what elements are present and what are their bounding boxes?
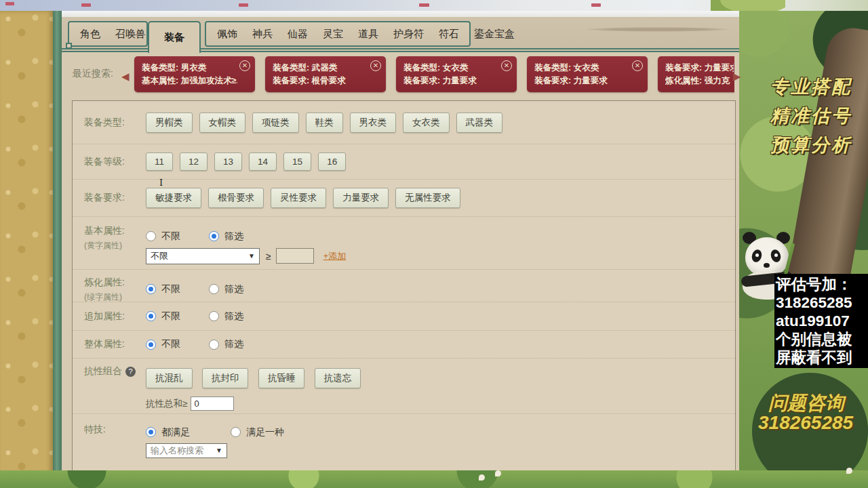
tab-rune-stone[interactable]: 符石 bbox=[439, 28, 459, 41]
refine-attr-unlimited-radio[interactable] bbox=[146, 284, 156, 294]
tab-gilded-box[interactable]: 鎏金宝盒 bbox=[474, 28, 515, 41]
extra-attr-unlimited-radio[interactable] bbox=[146, 311, 156, 321]
card-line2: 基本属性: 加强加攻法术≥... bbox=[142, 75, 237, 87]
row-equip-type: 装备类型: 男帽类 女帽类 项链类 鞋类 男衣类 女衣类 武器类 bbox=[73, 101, 735, 144]
resist-option[interactable]: 抗混乱 bbox=[146, 368, 193, 388]
tab-equipment-active[interactable]: 装备 bbox=[148, 21, 201, 53]
card-line1: 装备类型: 男衣类 bbox=[142, 62, 237, 75]
recent-search-card[interactable]: 装备要求: 力量要求 炼化属性: 强力克 bbox=[658, 56, 734, 92]
equip-req-option[interactable]: 敏捷要求 bbox=[146, 188, 201, 208]
page-top-strip bbox=[62, 11, 739, 17]
equip-req-option[interactable]: 根骨要求 bbox=[208, 188, 264, 208]
equip-type-option[interactable]: 鞋类 bbox=[306, 113, 343, 133]
extra-attr-filter-radio[interactable] bbox=[209, 311, 219, 321]
scroll-left-icon[interactable]: ◀ bbox=[121, 70, 130, 83]
equip-level-option[interactable]: 16 bbox=[318, 152, 346, 171]
recent-search-card[interactable]: 装备类型: 男衣类 基本属性: 加强加攻法术≥... ✕ bbox=[134, 56, 255, 92]
refine-attr-sublabel: (绿字属性) bbox=[84, 291, 146, 303]
basic-attr-sublabel: (黄字属性) bbox=[84, 240, 146, 251]
basic-attr-unlimited-radio[interactable] bbox=[146, 231, 156, 241]
equip-level-label: 装备等级: bbox=[84, 156, 146, 168]
equip-level-option[interactable]: 14 bbox=[249, 152, 277, 171]
skill-one-radio[interactable] bbox=[231, 427, 241, 437]
tab-corner-marker bbox=[66, 43, 72, 49]
row-overall-attr: 整体属性: 不限 筛选 bbox=[73, 331, 735, 359]
equip-type-option[interactable]: 女衣类 bbox=[403, 113, 450, 133]
card-line2: 装备要求: 根骨要求 bbox=[273, 75, 368, 87]
grass-artwork bbox=[0, 470, 868, 488]
equip-type-label: 装备类型: bbox=[84, 117, 146, 129]
equip-type-option[interactable]: 项链类 bbox=[252, 113, 299, 133]
close-icon[interactable]: ✕ bbox=[370, 60, 381, 71]
row-extra-attr: 追加属性: 不限 筛选 bbox=[73, 302, 735, 331]
resist-label: 抗性组合? bbox=[84, 365, 146, 378]
sky-mark bbox=[5, 2, 14, 5]
resist-option[interactable]: 抗封印 bbox=[202, 368, 249, 388]
equip-level-option[interactable]: 15 bbox=[283, 152, 311, 171]
recent-search-card[interactable]: 装备类型: 武器类 装备要求: 根骨要求 ✕ bbox=[265, 56, 386, 92]
brocade-border bbox=[0, 11, 53, 488]
resist-sum-input[interactable] bbox=[191, 396, 234, 411]
contact-info-block: 评估号加： 318265285 atu199107 个别信息被 屏蔽看不到 bbox=[774, 274, 868, 368]
row-equip-level: 装备等级: 11 12 13 14 15 16 bbox=[73, 144, 735, 180]
overall-attr-label: 整体属性: bbox=[84, 338, 146, 350]
tab-summon-beast[interactable]: 召唤兽 bbox=[115, 28, 146, 41]
tab-role[interactable]: 角色 bbox=[80, 28, 100, 41]
tab-divine-weapon[interactable]: 神兵 bbox=[252, 28, 273, 41]
equip-type-option[interactable]: 男衣类 bbox=[350, 113, 397, 133]
refine-attr-filter-label: 筛选 bbox=[224, 283, 243, 296]
close-icon[interactable]: ✕ bbox=[501, 60, 512, 71]
extra-attr-unlimited-label: 不限 bbox=[161, 310, 180, 323]
tab-lingbao[interactable]: 灵宝 bbox=[323, 28, 343, 41]
text-cursor: I bbox=[159, 178, 163, 188]
equip-level-option[interactable]: 11 bbox=[146, 152, 173, 171]
basic-attr-value-input[interactable] bbox=[276, 248, 314, 264]
promo-line-1: 专业搭配 bbox=[770, 75, 852, 99]
card-line2: 炼化属性: 强力克 bbox=[665, 75, 734, 87]
scroll-right-icon[interactable]: ▶ bbox=[733, 70, 741, 83]
resist-option[interactable]: 抗遗忘 bbox=[315, 368, 361, 388]
card-line1: 装备要求: 力量要求 bbox=[665, 62, 734, 75]
contact-line: 评估号加： bbox=[776, 275, 868, 293]
resist-sum-label: 抗性总和≥ bbox=[146, 398, 187, 410]
close-icon[interactable]: ✕ bbox=[239, 60, 250, 71]
consult-qq: 318265285 bbox=[758, 412, 853, 434]
basic-attr-label-text: 基本属性: bbox=[84, 225, 146, 237]
recent-search-card[interactable]: 装备类型: 女衣类 装备要求: 力量要求 ✕ bbox=[527, 56, 648, 92]
equip-type-option[interactable]: 男帽类 bbox=[146, 113, 193, 133]
tab-accessory[interactable]: 佩饰 bbox=[217, 28, 237, 41]
equip-level-option[interactable]: 13 bbox=[214, 152, 242, 171]
skill-search-select[interactable]: 输入名称搜索 ▼ bbox=[146, 443, 227, 458]
tab-group-left: 角色 召唤兽 bbox=[68, 21, 148, 47]
skill-all-radio[interactable] bbox=[146, 427, 156, 437]
recent-search-label: 最近搜索: bbox=[73, 68, 113, 80]
close-icon[interactable]: ✕ bbox=[632, 60, 643, 71]
resist-option[interactable]: 抗昏睡 bbox=[258, 368, 305, 388]
equip-req-option[interactable]: 无属性要求 bbox=[395, 188, 460, 208]
chevron-down-icon: ▼ bbox=[216, 447, 222, 454]
contact-line: 个别信息被 bbox=[776, 330, 868, 348]
overall-attr-unlimited-radio[interactable] bbox=[146, 340, 156, 350]
screen: 角色 召唤兽 装备 佩饰 神兵 仙器 灵宝 道具 护身符 符石 鎏金宝盒 最近搜… bbox=[0, 0, 868, 488]
equip-type-option[interactable]: 武器类 bbox=[456, 113, 503, 133]
basic-attr-filter-radio[interactable] bbox=[209, 231, 219, 241]
equip-type-option[interactable]: 女帽类 bbox=[199, 113, 246, 133]
refine-attr-filter-radio[interactable] bbox=[209, 284, 219, 294]
card-line1: 装备类型: 武器类 bbox=[273, 62, 368, 75]
help-icon[interactable]: ? bbox=[125, 367, 136, 377]
overall-attr-filter-label: 筛选 bbox=[224, 338, 243, 350]
basic-attr-select[interactable]: 不限 ▼ bbox=[146, 248, 260, 264]
card-line1: 装备类型: 女衣类 bbox=[403, 62, 499, 75]
row-resist: 抗性组合? 抗混乱 抗封印 抗昏睡 抗遗忘 抗性总和≥ bbox=[73, 359, 735, 414]
tab-amulet[interactable]: 护身符 bbox=[393, 28, 424, 41]
add-condition-link[interactable]: +添加 bbox=[323, 250, 347, 262]
refine-attr-label: 炼化属性: (绿字属性) bbox=[84, 277, 146, 303]
tab-immortal-tool[interactable]: 仙器 bbox=[288, 28, 308, 41]
equip-req-option[interactable]: 灵性要求 bbox=[271, 188, 326, 208]
recent-search-card[interactable]: 装备类型: 女衣类 装备要求: 力量要求 ✕ bbox=[396, 56, 517, 92]
tab-item[interactable]: 道具 bbox=[358, 28, 378, 41]
equip-req-option[interactable]: 力量要求 bbox=[333, 188, 389, 208]
equip-level-option[interactable]: 12 bbox=[180, 152, 208, 171]
overall-attr-filter-radio[interactable] bbox=[209, 340, 219, 350]
contact-line: 318265285 bbox=[776, 293, 868, 312]
